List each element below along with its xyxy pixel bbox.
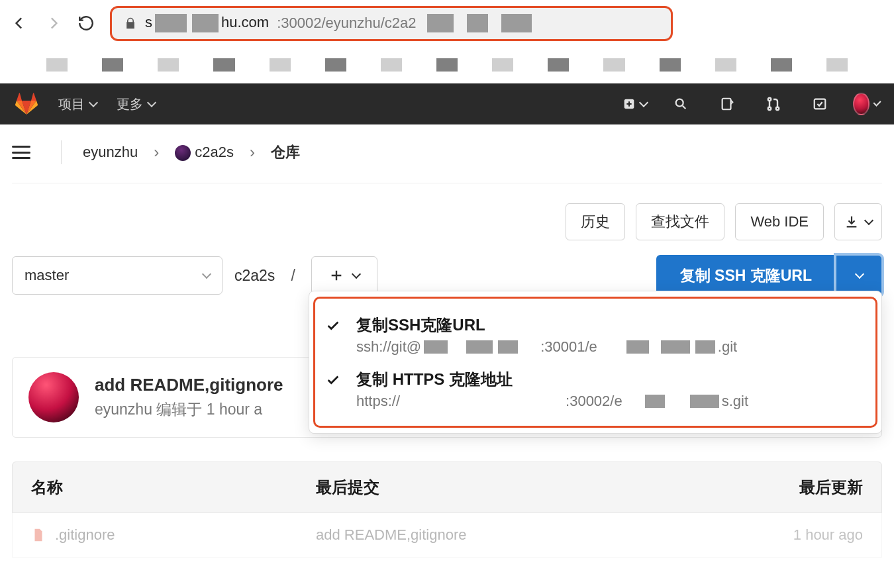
clone-option-https[interactable]: 复制 HTTPS 克隆地址 https:// :30002/e s.git (322, 362, 869, 416)
project-avatar-icon (175, 145, 191, 161)
svg-point-5 (776, 107, 779, 110)
nav-search-button[interactable] (668, 91, 694, 117)
commit-title[interactable]: add README,gitignore (95, 375, 283, 395)
nav-projects-label: 项目 (58, 95, 85, 113)
breadcrumb: eyunzhu › c2a2s › 仓库 (0, 124, 894, 180)
browser-forward-button[interactable] (44, 14, 62, 32)
browser-chrome: shu.com:30002/eyunzhu/c2a2 (0, 0, 894, 46)
browser-address-bar[interactable]: shu.com:30002/eyunzhu/c2a2 (110, 6, 673, 41)
col-last-update: 最后更新 (730, 477, 863, 498)
svg-point-1 (676, 99, 683, 107)
breadcrumb-sep: › (250, 143, 255, 162)
file-last-commit: add README,gitignore (316, 526, 730, 544)
nav-new-button[interactable] (621, 91, 648, 117)
find-file-button[interactable]: 查找文件 (636, 203, 724, 240)
file-table-header: 名称 最后提交 最后更新 (12, 462, 882, 513)
clone-dropdown-panel: 复制SSH克隆URL ssh://git@ :30001/e .git 复制 H… (309, 291, 882, 434)
browser-back-button[interactable] (11, 14, 29, 32)
clone-option-ssh-title: 复制SSH克隆URL (356, 315, 737, 336)
chevron-down-icon (352, 270, 361, 279)
clone-option-ssh-url: ssh://git@ :30001/e .git (356, 338, 737, 356)
history-button[interactable]: 历史 (566, 203, 625, 240)
col-last-commit: 最后提交 (316, 477, 730, 498)
branch-selector[interactable]: master (12, 256, 223, 295)
chevron-down-icon (854, 270, 864, 279)
clone-option-https-url: https:// :30002/e s.git (356, 393, 748, 410)
chevron-down-icon (147, 98, 156, 107)
path-sep: / (291, 267, 295, 285)
check-icon (326, 315, 344, 333)
nav-todos-button[interactable] (807, 91, 833, 117)
gitlab-navbar: 项目 更多 (0, 83, 894, 124)
avatar (853, 93, 869, 115)
download-icon (844, 215, 859, 229)
col-name: 名称 (31, 477, 316, 498)
add-file-dropdown[interactable] (311, 256, 377, 295)
url-text: shu.com (145, 14, 269, 32)
clone-ssh-button[interactable]: 复制 SSH 克隆URL (656, 255, 836, 296)
browser-reload-button[interactable] (77, 14, 95, 32)
svg-point-3 (768, 98, 771, 101)
breadcrumb-section: 仓库 (271, 142, 300, 162)
lock-icon (124, 17, 137, 30)
repo-actions: 历史 查找文件 Web IDE (12, 203, 882, 240)
nav-issues-button[interactable] (714, 91, 740, 117)
breadcrumb-project[interactable]: c2a2s (175, 144, 234, 161)
chevron-down-icon (873, 99, 881, 107)
nav-user-menu[interactable] (853, 91, 879, 117)
plus-icon (329, 268, 344, 283)
svg-rect-2 (722, 99, 731, 110)
chevron-down-icon (864, 216, 873, 225)
nav-more-label: 更多 (117, 95, 143, 113)
chevron-down-icon (89, 98, 98, 107)
file-last-update: 1 hour ago (730, 526, 863, 544)
chevron-down-icon (202, 270, 211, 279)
table-row[interactable]: .gitignore add README,gitignore 1 hour a… (12, 513, 882, 558)
breadcrumb-group[interactable]: eyunzhu (83, 144, 138, 161)
clone-option-https-title: 复制 HTTPS 克隆地址 (356, 369, 748, 390)
nav-more[interactable]: 更多 (117, 95, 155, 113)
nav-projects[interactable]: 项目 (58, 95, 97, 113)
browser-bookmarks-bar (0, 46, 894, 83)
download-button[interactable] (834, 203, 882, 240)
commit-author-avatar[interactable] (28, 372, 79, 422)
clone-option-ssh[interactable]: 复制SSH克隆URL ssh://git@ :30001/e .git (322, 308, 869, 362)
chevron-down-icon (639, 98, 648, 107)
svg-point-4 (768, 107, 771, 110)
clone-dropdown-toggle[interactable] (836, 255, 882, 296)
file-icon (31, 528, 46, 542)
commit-meta: eyunzhu 编辑于 1 hour a (95, 399, 283, 420)
sidebar-toggle[interactable] (12, 146, 30, 159)
breadcrumb-sep: › (154, 143, 159, 162)
check-icon (326, 369, 344, 387)
file-name: .gitignore (55, 526, 115, 544)
url-path: :30002/eyunzhu/c2a2 (277, 15, 416, 32)
gitlab-logo[interactable] (15, 92, 38, 116)
path-root[interactable]: c2a2s (234, 267, 275, 285)
branch-name: master (25, 267, 69, 284)
nav-merge-requests-button[interactable] (760, 91, 787, 117)
web-ide-button[interactable]: Web IDE (735, 203, 824, 240)
